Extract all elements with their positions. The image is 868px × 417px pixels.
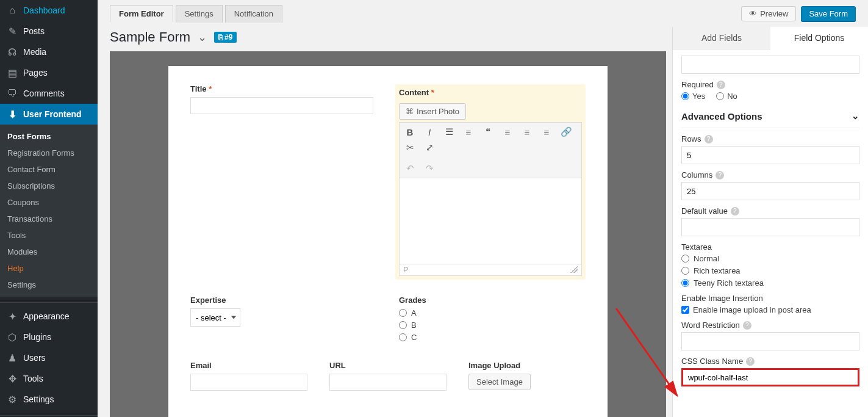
field-grades-label: Grades [399, 296, 586, 305]
submenu-user-frontend: Post Forms Registration Forms Contact Fo… [0, 125, 98, 297]
image-insertion-label: Enable Image Insertion [681, 294, 859, 303]
menu-posts[interactable]: ✎Posts [0, 21, 98, 42]
field-url-input[interactable] [329, 374, 447, 391]
columns-input[interactable] [681, 182, 859, 200]
menu-plugins[interactable]: ⬡Plugins [0, 327, 98, 347]
redo-icon[interactable]: ↷ [424, 163, 435, 174]
submenu-help[interactable]: Help [0, 260, 98, 277]
required-no-option[interactable]: No [716, 92, 737, 101]
default-value-label: Default value? [681, 206, 859, 216]
fullscreen-icon[interactable]: ⤢ [424, 142, 435, 153]
field-url[interactable]: URL [329, 361, 447, 391]
submenu-subscriptions[interactable]: Subscriptions [0, 178, 98, 194]
quote-icon[interactable]: ❝ [482, 126, 493, 137]
submenu-tools[interactable]: Tools [0, 227, 98, 244]
menu-comments[interactable]: 🗨Comments [0, 83, 98, 104]
expertise-select[interactable]: - select - [191, 309, 240, 326]
link-icon[interactable]: 🔗 [561, 126, 572, 137]
field-title-input[interactable] [190, 97, 373, 114]
menu-media[interactable]: ☊Media [0, 42, 98, 62]
textarea-normal-radio[interactable] [681, 255, 689, 263]
plug-icon: ⬡ [6, 331, 18, 343]
required-no-radio[interactable] [716, 92, 724, 100]
required-yes-option[interactable]: Yes [681, 92, 705, 101]
submenu-contact-form[interactable]: Contact Form [0, 161, 98, 178]
menu-settings[interactable]: ⚙Settings [0, 389, 98, 410]
form-id-badge[interactable]: ⎘#9 [214, 32, 237, 43]
unlink-icon[interactable]: ✂ [404, 142, 415, 153]
undo-icon[interactable]: ↶ [404, 163, 415, 174]
menu-dashboard[interactable]: ⌂Dashboard [0, 0, 98, 21]
tab-field-options[interactable]: Field Options [770, 27, 868, 49]
submenu-modules[interactable]: Modules [0, 244, 98, 260]
required-label: Required? [681, 80, 859, 89]
field-grades[interactable]: Grades A B C [399, 296, 586, 345]
default-value-input[interactable] [681, 218, 859, 236]
word-restriction-input[interactable] [681, 332, 859, 350]
save-form-button[interactable]: Save Form [801, 6, 856, 21]
ol-icon[interactable]: ≡ [463, 127, 474, 137]
right-panel-body[interactable]: Required? Yes No Advanced Options ⌄ Rows… [673, 49, 868, 417]
tab-settings[interactable]: Settings [176, 5, 223, 23]
advanced-options-header[interactable]: Advanced Options ⌄ [681, 104, 859, 128]
rows-input[interactable] [681, 146, 859, 164]
css-class-input[interactable] [681, 368, 859, 386]
textarea-rich-radio[interactable] [681, 267, 689, 275]
menu-user-frontend[interactable]: ⬇User Frontend [0, 104, 98, 125]
css-class-label: CSS Class Name? [681, 357, 859, 366]
tab-form-editor[interactable]: Form Editor [110, 5, 173, 23]
preview-button[interactable]: 👁Preview [741, 6, 796, 21]
user-frontend-icon: ⬇ [6, 108, 18, 120]
field-title[interactable]: Title * [190, 84, 373, 280]
submenu-coupons[interactable]: Coupons [0, 194, 98, 211]
grade-radio-c[interactable] [399, 333, 407, 341]
required-yes-radio[interactable] [681, 92, 689, 100]
eye-icon: 👁 [749, 9, 757, 18]
textarea-teeny-radio[interactable] [681, 279, 689, 287]
grade-radio-b[interactable] [399, 321, 407, 329]
field-email[interactable]: Email [190, 361, 307, 391]
chevron-down-icon: ⌄ [852, 111, 859, 121]
insert-photo-button[interactable]: ⌘Insert Photo [399, 103, 466, 120]
submenu-transactions[interactable]: Transactions [0, 211, 98, 227]
submenu-registration-forms[interactable]: Registration Forms [0, 145, 98, 161]
form-canvas: Title * Content * ⌘Insert Photo B I ☰ ≡ … [168, 66, 608, 417]
submenu-settings[interactable]: Settings [0, 277, 98, 293]
expertise-select-wrap[interactable]: - select - [190, 308, 240, 327]
form-title[interactable]: Sample Form [110, 29, 190, 45]
word-restriction-label: Word Restriction? [681, 321, 859, 330]
align-right-icon[interactable]: ≡ [541, 127, 552, 137]
menu-users[interactable]: ♟Users [0, 347, 98, 368]
chevron-down-icon[interactable]: ⌄ [198, 31, 207, 44]
field-expertise-label: Expertise [190, 296, 377, 305]
tab-add-fields[interactable]: Add Fields [673, 27, 770, 49]
dashboard-icon: ⌂ [6, 4, 18, 16]
menu-tools[interactable]: ✥Tools [0, 368, 98, 389]
select-image-button[interactable]: Select Image [468, 374, 531, 390]
bold-icon[interactable]: B [404, 127, 415, 137]
field-content[interactable]: Content * ⌘Insert Photo B I ☰ ≡ ❝ ≡ ≡ ≡ [395, 84, 586, 280]
ul-icon[interactable]: ☰ [443, 126, 454, 137]
help-text-input[interactable] [681, 56, 859, 74]
tab-notification[interactable]: Notification [225, 5, 282, 23]
help-icon: ? [705, 135, 713, 143]
italic-icon[interactable]: I [424, 127, 435, 137]
menu-appearance[interactable]: ✦Appearance [0, 306, 98, 327]
grade-radio-a[interactable] [399, 309, 407, 317]
editor-toolbar: B I ☰ ≡ ❝ ≡ ≡ ≡ 🔗 ✂ ⤢ ↶ [400, 123, 581, 178]
textarea-type-label: Textarea [681, 242, 859, 252]
align-center-icon[interactable]: ≡ [522, 127, 533, 137]
editor-textarea[interactable] [400, 178, 581, 264]
field-image-upload[interactable]: Image Upload Select Image [468, 361, 586, 391]
rows-label: Rows? [681, 134, 859, 143]
resize-handle-icon[interactable] [570, 266, 578, 273]
field-expertise[interactable]: Expertise - select - [190, 296, 377, 345]
field-image-upload-label: Image Upload [468, 361, 586, 370]
gear-icon: ⚙ [6, 393, 18, 405]
menu-pages[interactable]: ▤Pages [0, 62, 98, 83]
enable-image-upload-checkbox[interactable] [681, 306, 689, 314]
wrench-icon: ✥ [6, 372, 18, 385]
field-email-input[interactable] [190, 374, 307, 391]
submenu-post-forms[interactable]: Post Forms [0, 128, 98, 145]
align-left-icon[interactable]: ≡ [502, 127, 513, 137]
